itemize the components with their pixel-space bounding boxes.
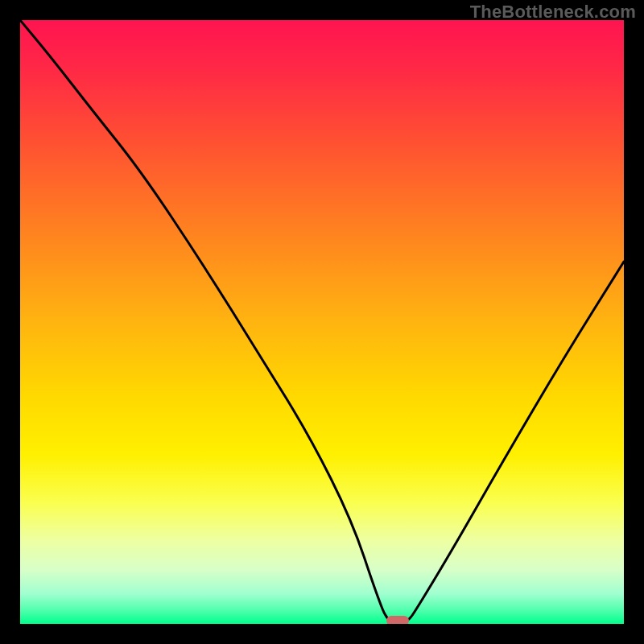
chart-frame: TheBottleneck.com <box>0 0 644 644</box>
bottleneck-curve <box>20 20 624 624</box>
optimal-marker <box>386 616 409 624</box>
plot-area <box>20 20 624 624</box>
